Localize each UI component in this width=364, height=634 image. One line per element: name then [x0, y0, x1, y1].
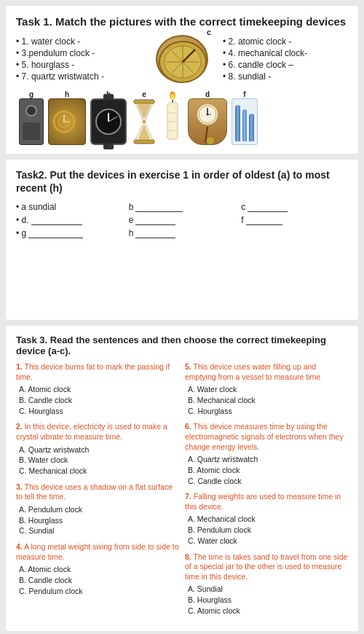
task3-q5: 5. This device uses water filling up and…	[185, 362, 348, 416]
lens	[25, 105, 37, 117]
minute-hand	[108, 116, 118, 122]
task3-left-col: 1. This device burns fat to mark the pas…	[16, 362, 179, 622]
task3-q3: 3. This device uses a shadow on a flat s…	[16, 482, 179, 536]
q4-opt-a: A. Atomic clock	[19, 564, 179, 575]
q6-opt-a: A. Quartz wristwatch	[188, 454, 348, 465]
q3-text: 3. This device uses a shadow on a flat s…	[16, 482, 179, 502]
tubes-image	[232, 98, 258, 145]
list-item: 5. hourglass -	[16, 60, 141, 70]
clock-face-svg	[198, 105, 217, 124]
pendulum-clock-image	[188, 98, 227, 145]
tube-2	[242, 109, 248, 141]
list-item: 8. sundial -	[223, 71, 348, 82]
label-c: c	[207, 28, 211, 36]
blank-b[interactable]	[135, 202, 183, 212]
candle-svg	[162, 91, 183, 145]
task2-item-g: • g	[16, 228, 123, 238]
svg-point-32	[175, 104, 178, 110]
image-f-wrapper: f	[232, 90, 258, 145]
hourglass-image	[131, 98, 157, 145]
q3-opt-a: A. Pendulum clock	[19, 504, 179, 515]
svg-rect-20	[134, 100, 154, 103]
list-item: 2. atomic clock -	[223, 36, 348, 47]
task2-grid: • a sundial b c • d. e f • g h	[16, 202, 348, 238]
q4-text: 4. A long metal weight swing from side t…	[16, 542, 179, 562]
q1-opt-c: C. Hourglass	[19, 406, 179, 417]
q2-opt-a: A. Quartz wristwatch	[19, 445, 179, 455]
task1-right-col: 2. atomic clock - 4. mechanical clock- 6…	[223, 35, 348, 86]
task1-section: Task 1. Match the pictures with the corr…	[6, 6, 358, 154]
task3-q2: 2. In this device, electricity is used t…	[16, 422, 179, 476]
svg-rect-21	[134, 140, 154, 144]
item-a-label: a sundial	[21, 202, 56, 212]
blank-h[interactable]	[135, 228, 175, 238]
blank-c[interactable]	[248, 202, 288, 212]
q4-opt-c: C. Pendulum clock	[19, 586, 179, 597]
task2-item-e: e	[129, 215, 236, 225]
watch-face	[95, 109, 122, 135]
task2-title: Task2. Put the devices in exercise 1 in …	[16, 168, 348, 195]
q6-opt-c: C. Candle clock	[188, 476, 348, 487]
q8-text: 8. The time is takes sand to travel from…	[185, 552, 348, 582]
task2-item-a: • a sundial	[16, 202, 123, 212]
q3-opt-b: B. Hourglass	[19, 515, 179, 526]
image-g-wrapper: g	[19, 90, 44, 145]
svg-point-40	[207, 113, 209, 115]
q6-opt-b: B. Atomic clock	[188, 465, 348, 476]
image-d-wrapper: d	[188, 90, 227, 145]
q2-opt-b: B. Water clock	[19, 455, 179, 466]
list-item: 7. quartz wristwatch -	[16, 71, 141, 82]
task1-left-list: 1. water clock - 3.pendulum clock - 5. h…	[16, 36, 141, 82]
svg-rect-26	[143, 120, 146, 123]
task3-section: Task 3. Read the sentences and then choo…	[6, 326, 358, 631]
tube-3	[249, 114, 254, 141]
task3-columns: 1. This device burns fat to mark the pas…	[16, 362, 348, 622]
blank-e[interactable]	[135, 215, 175, 225]
q7-opt-a: A. Mechanical clock	[188, 514, 348, 525]
gears-svg	[50, 100, 84, 144]
q5-opt-c: C. Hourglass	[188, 406, 348, 417]
svg-point-28	[171, 94, 175, 100]
q8-opt-c: C. Atomic clock	[188, 606, 348, 617]
tube-1	[235, 105, 240, 141]
strap-bottom	[103, 144, 114, 149]
image-c-container: c	[156, 35, 208, 83]
sundial-svg	[157, 36, 208, 83]
label-f: f	[243, 90, 245, 98]
task3-q4: 4. A long metal weight swing from side t…	[16, 542, 179, 596]
task2-item-d: • d.	[16, 215, 123, 225]
q2-text: 2. In this device, electricity is used t…	[16, 422, 179, 442]
q8-opt-b: B. Hourglass	[188, 595, 348, 606]
task3-right-col: 5. This device uses water filling up and…	[185, 362, 348, 622]
q5-opt-b: B. Mechanical clock	[188, 395, 348, 406]
task3-q1: 1. This device burns fat to mark the pas…	[16, 362, 179, 416]
task3-q8: 8. The time is takes sand to travel from…	[185, 552, 348, 617]
pendulum-bob	[207, 137, 214, 144]
image-h-wrapper: h	[48, 90, 86, 145]
q1-opt-a: A. Atomic clock	[19, 384, 179, 395]
q5-opt-a: A. Water clock	[188, 384, 348, 395]
list-item: 1. water clock -	[16, 36, 141, 47]
q6-text: 6. This device measures time by using th…	[185, 422, 348, 452]
clock-face	[197, 103, 218, 125]
blank-g[interactable]	[28, 228, 83, 238]
task1-left-col: 1. water clock - 3.pendulum clock - 5. h…	[16, 35, 141, 86]
task2-item-f: f	[241, 215, 348, 225]
task2-item-c: c	[241, 202, 348, 212]
blank-d[interactable]	[31, 215, 82, 225]
task2-item-b: b	[129, 202, 236, 212]
blank-f[interactable]	[246, 215, 282, 225]
q7-opt-b: B. Pendulum clock	[188, 525, 348, 536]
label-e: e	[142, 90, 146, 98]
task2-section: Task2. Put the devices in exercise 1 in …	[6, 160, 358, 320]
candle-image	[162, 98, 183, 145]
camera-image	[19, 98, 44, 145]
q1-text: 1. This device burns fat to mark the pas…	[16, 362, 179, 382]
wristwatch-image	[90, 98, 127, 145]
task3-q6: 6. This device measures time by using th…	[185, 422, 348, 486]
label-g: g	[29, 90, 33, 98]
label-d: d	[205, 90, 210, 98]
body	[23, 122, 40, 140]
list-item: 4. mechanical clock-	[223, 48, 348, 58]
task1-images-row: g h	[16, 90, 348, 145]
